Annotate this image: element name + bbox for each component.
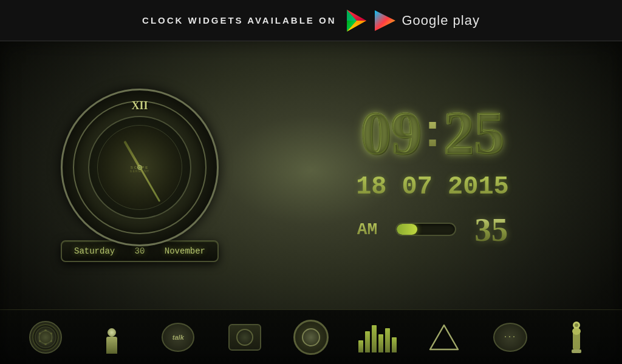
icon-bar: talk (0, 309, 622, 364)
digital-year: 2015 (448, 172, 509, 201)
date-day: Saturday (74, 246, 115, 256)
am-pm-label: AM (357, 220, 378, 239)
svg-point-19 (43, 335, 48, 340)
icon-item-rotary-phone[interactable] (21, 321, 70, 354)
date-number: 30 (135, 246, 145, 256)
mountain-svg (428, 322, 460, 352)
talk-bubble-icon: talk (162, 323, 194, 352)
speech-dots: ··· (504, 331, 516, 344)
svg-point-26 (575, 323, 578, 327)
digital-minutes: 25 (443, 103, 504, 163)
icon-item-gear[interactable] (287, 320, 335, 355)
svg-marker-9 (375, 10, 395, 31)
mountain-icon (428, 322, 460, 352)
svg-point-15 (50, 340, 52, 342)
digital-date-display: 18 07 2015 (356, 172, 509, 201)
digital-day: 18 (356, 172, 386, 201)
svg-point-18 (39, 332, 41, 335)
progress-bar-fill (397, 224, 417, 235)
figure-icon (95, 321, 128, 354)
google-play-text: Google play (402, 13, 479, 29)
svg-point-11 (38, 330, 53, 345)
svg-marker-20 (430, 325, 458, 349)
figure-head (108, 328, 116, 337)
svg-point-14 (50, 332, 52, 335)
speech-bubble-icon: ··· (493, 323, 527, 352)
svg-rect-23 (573, 332, 580, 349)
bar-2 (365, 331, 370, 352)
rotary-phone-icon (29, 321, 62, 354)
banner-text: CLOCK WIDGETS AVAILABLE ON (142, 15, 336, 25)
bar-4 (378, 334, 383, 352)
equalizer-icon (358, 322, 397, 352)
gear-inner (302, 328, 320, 346)
camera-icon (228, 324, 261, 351)
bar-5 (385, 328, 390, 352)
icon-item-figure[interactable] (87, 321, 136, 354)
play-store-icon (344, 8, 369, 33)
icon-item-equalizer[interactable] (353, 322, 402, 352)
bar-3 (372, 325, 377, 352)
seconds-progress-bar (395, 223, 456, 236)
svg-point-10 (35, 327, 56, 348)
svg-point-16 (44, 343, 47, 345)
content-area: SCAPE GERMANY XII Saturday 30 November 0… (0, 41, 622, 309)
analog-clock-section: SCAPE GERMANY XII Saturday 30 November (24, 89, 255, 262)
camera-lens (236, 329, 253, 346)
svg-point-13 (44, 329, 47, 332)
top-banner: CLOCK WIDGETS AVAILABLE ON (0, 0, 622, 41)
bar-6 (392, 337, 397, 352)
icon-item-camera[interactable] (220, 324, 269, 351)
google-play-logo[interactable]: Google play (344, 8, 479, 33)
digital-seconds: 35 (474, 211, 508, 249)
icon-item-chess[interactable] (552, 320, 601, 354)
gear-center-icon (293, 320, 329, 355)
date-month: November (165, 246, 205, 256)
analog-clock: SCAPE GERMANY XII (61, 89, 219, 246)
clock-xii-numeral: XII (131, 99, 148, 112)
icon-item-speech-bubble[interactable]: ··· (486, 323, 535, 352)
digital-clock-section: 09 : 25 18 07 2015 AM 35 (255, 103, 598, 249)
talk-label: talk (173, 334, 184, 341)
digital-colon: : (425, 106, 441, 154)
figure-body (106, 337, 117, 354)
main-content: SCAPE GERMANY XII Saturday 30 November 0… (0, 41, 622, 364)
svg-rect-21 (572, 349, 581, 353)
clock-center-dot (137, 165, 142, 170)
rotary-phone-svg (34, 326, 57, 349)
chess-piece-icon (569, 320, 584, 354)
chess-piece-svg (569, 320, 584, 354)
icon-item-talk[interactable]: talk (154, 323, 202, 352)
digital-time-display: 09 : 25 (361, 103, 505, 163)
svg-point-17 (39, 340, 41, 342)
play-triangle-icon (374, 9, 397, 32)
digital-hours: 09 (361, 103, 422, 163)
bar-1 (358, 340, 363, 352)
digital-bottom-row: AM 35 (357, 211, 508, 249)
svg-point-12 (41, 333, 50, 342)
digital-month: 07 (402, 172, 432, 201)
icon-item-mountain[interactable] (420, 322, 468, 352)
